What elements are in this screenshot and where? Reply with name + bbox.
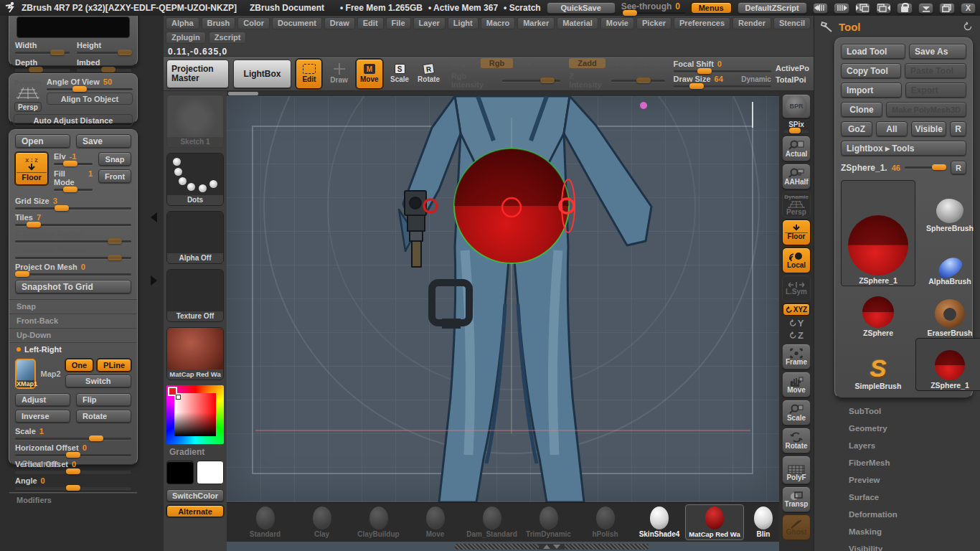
stroke-thumbnail[interactable]: Dots <box>166 153 224 206</box>
scale-slider[interactable] <box>15 438 131 440</box>
section-deformation[interactable]: Deformation <box>849 510 980 527</box>
depth-slider[interactable] <box>15 69 70 71</box>
rotate-button[interactable]: Rotate <box>76 410 131 423</box>
brush-trimdynamic[interactable]: TrimDynamic <box>520 507 577 538</box>
angle-slider[interactable] <box>15 487 131 489</box>
rotate-canvas-button[interactable]: Rotate <box>782 428 811 453</box>
menu-draw[interactable]: Draw <box>324 17 355 29</box>
horizontal-offset-slider[interactable] <box>15 454 131 456</box>
tray-scrollbar[interactable] <box>455 544 649 550</box>
menu-zscript[interactable]: Zscript <box>209 32 247 44</box>
projection-master-button[interactable]: Projection Master <box>166 60 229 88</box>
e-enhance-factor-slider[interactable] <box>15 240 131 242</box>
bpr-button[interactable]: BPR <box>782 94 811 118</box>
up-down-header[interactable]: Up-Down <box>9 327 137 342</box>
tray-collapse-arrow[interactable] <box>151 212 157 222</box>
tool-item-zsphere1-selected[interactable]: ZSphere_1 <box>915 338 980 391</box>
section-visibility[interactable]: Visibility <box>849 545 980 551</box>
palette-reset-icon[interactable] <box>963 22 973 33</box>
section-masking[interactable]: Masking <box>849 527 980 545</box>
project-on-mesh-slider[interactable] <box>15 273 131 276</box>
fill-mode-slider[interactable] <box>54 189 93 191</box>
focal-shift-slider[interactable] <box>674 70 771 72</box>
scrub-left-icon[interactable] <box>813 3 828 14</box>
see-through-slider[interactable]: See-through0 <box>621 1 685 14</box>
color-picker[interactable] <box>166 385 224 444</box>
quick-tool-thumbnail[interactable]: Sketch 1 <box>166 95 224 148</box>
rgb-intensity-slider[interactable] <box>502 80 560 82</box>
brush-hpolish[interactable]: hPolish <box>577 507 633 538</box>
elv-slider[interactable] <box>54 163 93 165</box>
rotate-z-button[interactable]: Z <box>789 329 804 342</box>
tool-r-button[interactable]: R <box>951 161 966 174</box>
snapshot-to-grid-button[interactable]: Snapshot To Grid <box>15 280 131 293</box>
tool-item-simplebrush[interactable]: S SimpleBrush <box>841 338 915 391</box>
prev-document-icon[interactable] <box>855 3 870 14</box>
scrub-right-icon[interactable] <box>834 3 849 14</box>
import-button[interactable]: Import <box>841 83 902 98</box>
scale-canvas-button[interactable]: Scale <box>782 400 811 425</box>
front-button[interactable]: Front <box>98 169 131 183</box>
section-subtool[interactable]: SubTool <box>849 407 980 424</box>
material-skinshade4[interactable]: SkinShade4 <box>633 507 685 538</box>
load-tool-button[interactable]: Load Tool <box>841 44 905 59</box>
menu-macro[interactable]: Macro <box>481 17 515 29</box>
menu-render[interactable]: Render <box>732 17 771 29</box>
move-canvas-button[interactable]: Move <box>782 372 811 397</box>
section-geometry[interactable]: Geometry <box>849 424 980 441</box>
ghost-button[interactable]: Ghost <box>782 514 811 540</box>
scroll-up-icon[interactable] <box>543 545 550 549</box>
tool-item-alphabrush[interactable]: AlphaBrush <box>915 233 980 286</box>
brush-clay[interactable]: Clay <box>293 507 350 538</box>
tool-item-zsphere[interactable]: ZSphere <box>841 286 915 338</box>
make-polymesh3d-button[interactable]: Make PolyMesh3D <box>886 102 966 117</box>
minimize-icon[interactable] <box>918 3 933 14</box>
section-surface[interactable]: Surface <box>849 493 980 510</box>
grid-size-slider[interactable] <box>15 207 131 209</box>
color-picker-square[interactable] <box>174 393 216 436</box>
width-slider[interactable] <box>15 52 70 54</box>
menus-button[interactable]: Menus <box>691 2 732 14</box>
goz-button[interactable]: GoZ <box>841 121 872 136</box>
secondary-color-swatch[interactable] <box>197 461 224 484</box>
modifiers-header[interactable]: Modifiers <box>9 492 137 507</box>
menu-brush[interactable]: Brush <box>202 17 236 29</box>
snap-section-header[interactable]: Snap <box>9 298 137 313</box>
inverse-button[interactable]: Inverse <box>15 410 70 423</box>
draw-size-slider[interactable] <box>674 85 771 88</box>
rgb-button[interactable]: Rgb <box>481 58 513 68</box>
menu-layer[interactable]: Layer <box>413 17 446 29</box>
menu-zplugin[interactable]: Zplugin <box>166 32 206 44</box>
local-toggle-button[interactable]: Local <box>782 248 811 273</box>
switchcolor-button[interactable]: SwitchColor <box>166 489 224 501</box>
canvas-top-scrollbar[interactable] <box>227 91 779 96</box>
tiles-slider[interactable] <box>15 224 131 226</box>
m-button[interactable]: M <box>523 59 529 67</box>
one-button[interactable]: One <box>65 359 93 372</box>
mrgb-button[interactable]: Mrgb <box>451 59 471 67</box>
menu-document[interactable]: Document <box>272 17 322 29</box>
alternate-button[interactable]: Alternate <box>166 505 224 517</box>
align-to-object-button[interactable]: Align To Object <box>47 93 133 105</box>
menu-light[interactable]: Light <box>448 17 479 29</box>
floor-button[interactable]: x : z Floor <box>15 152 48 185</box>
scrollbar-handle[interactable] <box>228 92 258 95</box>
section-layers[interactable]: Layers <box>849 441 980 458</box>
material-thumbnail[interactable]: MatCap Red Wa <box>166 327 224 380</box>
material-blinn[interactable]: Blin <box>744 507 779 538</box>
lsym-button[interactable]: L.Sym <box>782 276 811 301</box>
section-fibermesh[interactable]: FiberMesh <box>849 458 980 476</box>
front-back-header[interactable]: Front-Back <box>9 313 137 327</box>
zadd-button[interactable]: Zadd <box>569 58 605 68</box>
move-mode-button[interactable]: MMove <box>356 59 383 89</box>
floor-toggle-button[interactable]: Floor <box>782 220 811 245</box>
switch-button[interactable]: Switch <box>65 375 131 387</box>
menu-edit[interactable]: Edit <box>357 17 384 29</box>
persp-button[interactable]: Dynamic Persp <box>14 77 42 112</box>
all-button[interactable]: All <box>876 121 908 136</box>
goz-r-button[interactable]: R <box>950 121 966 136</box>
brush-standard[interactable]: Standard <box>237 507 293 538</box>
menu-color[interactable]: Color <box>237 17 270 29</box>
paste-tool-button[interactable]: Paste Tool <box>905 63 966 78</box>
xmap1-thumbnail[interactable]: XMap1 <box>15 359 36 389</box>
